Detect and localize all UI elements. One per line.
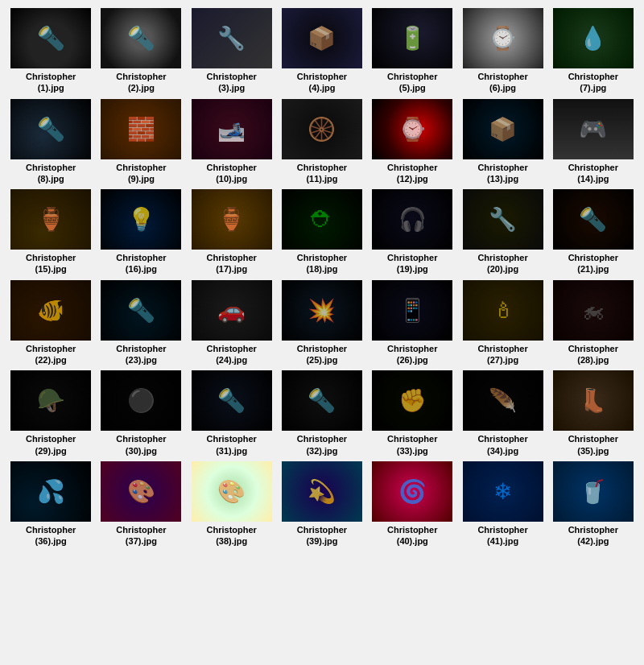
thumbnail-icon-25: 💥	[282, 280, 362, 341]
thumbnail-7: 💧	[553, 8, 634, 68]
file-label-42: Christopher (42).jpg	[568, 524, 618, 547]
thumbnail-25: 💥	[282, 280, 362, 341]
file-item-22[interactable]: 🐠Christopher (22).jpg	[8, 280, 93, 366]
file-item-13[interactable]: 📦Christopher (13).jpg	[460, 99, 545, 185]
thumbnail-icon-41: ❄	[463, 461, 543, 522]
file-item-3[interactable]: 🔧Christopher (3).jpg	[189, 8, 275, 94]
file-item-2[interactable]: 🔦Christopher (2).jpg	[98, 8, 184, 94]
file-item-31[interactable]: 🔦Christopher (31).jpg	[189, 370, 275, 456]
file-item-36[interactable]: 💦Christopher (36).jpg	[8, 461, 93, 547]
file-item-16[interactable]: 💡Christopher (16).jpg	[98, 189, 184, 275]
file-label-5: Christopher (5).jpg	[387, 71, 437, 94]
file-item-34[interactable]: 🪶Christopher (34).jpg	[460, 370, 545, 456]
thumbnail-34: 🪶	[463, 370, 543, 431]
thumbnail-icon-18: ⛑	[282, 189, 362, 250]
file-label-37: Christopher (37).jpg	[116, 524, 166, 547]
thumbnail-icon-4: 📦	[282, 8, 362, 68]
thumbnail-11: 🛞	[282, 99, 362, 159]
file-label-21: Christopher (21).jpg	[568, 252, 618, 275]
file-item-6[interactable]: ⌚Christopher (6).jpg	[460, 8, 545, 94]
thumbnail-26: 📱	[372, 280, 452, 341]
thumbnail-32: 🔦	[282, 370, 362, 431]
file-label-16: Christopher (16).jpg	[116, 252, 166, 275]
thumbnail-15: 🏺	[10, 189, 91, 250]
file-item-1[interactable]: 🔦Christopher (1).jpg	[8, 8, 93, 94]
file-label-12: Christopher (12).jpg	[387, 162, 437, 185]
file-item-12[interactable]: ⌚Christopher (12).jpg	[369, 99, 455, 185]
file-item-11[interactable]: 🛞Christopher (11).jpg	[279, 99, 365, 185]
thumbnail-icon-32: 🔦	[282, 370, 362, 431]
file-item-4[interactable]: 📦Christopher (4).jpg	[279, 8, 365, 94]
thumbnail-28: 🏍	[553, 280, 634, 341]
file-label-41: Christopher (41).jpg	[477, 524, 527, 547]
file-item-15[interactable]: 🏺Christopher (15).jpg	[8, 189, 93, 275]
file-item-7[interactable]: 💧Christopher (7).jpg	[551, 8, 636, 94]
file-label-23: Christopher (23).jpg	[116, 343, 166, 366]
thumbnail-icon-35: 👢	[553, 370, 634, 431]
file-label-9: Christopher (9).jpg	[116, 162, 166, 185]
file-item-24[interactable]: 🚗Christopher (24).jpg	[189, 280, 275, 366]
thumbnail-31: 🔦	[192, 370, 272, 431]
file-item-17[interactable]: 🏺Christopher (17).jpg	[189, 189, 275, 275]
file-item-5[interactable]: 🔋Christopher (5).jpg	[369, 8, 455, 94]
thumbnail-12: ⌚	[372, 99, 452, 159]
file-label-18: Christopher (18).jpg	[297, 252, 347, 275]
thumbnail-icon-28: 🏍	[553, 280, 634, 341]
thumbnail-icon-7: 💧	[553, 8, 634, 68]
thumbnail-icon-11: 🛞	[282, 99, 362, 159]
thumbnail-1: 🔦	[10, 8, 91, 68]
file-item-29[interactable]: 🪖Christopher (29).jpg	[8, 370, 93, 456]
file-item-42[interactable]: 🥤Christopher (42).jpg	[551, 461, 636, 547]
file-label-2: Christopher (2).jpg	[116, 71, 166, 94]
thumbnail-6: ⌚	[463, 8, 543, 68]
file-item-32[interactable]: 🔦Christopher (32).jpg	[279, 370, 365, 456]
thumbnail-8: 🔦	[10, 99, 91, 159]
file-label-14: Christopher (14).jpg	[568, 162, 618, 185]
thumbnail-10: 🎿	[192, 99, 272, 159]
file-item-37[interactable]: 🎨Christopher (37).jpg	[98, 461, 184, 547]
file-item-35[interactable]: 👢Christopher (35).jpg	[551, 370, 636, 456]
file-item-41[interactable]: ❄Christopher (41).jpg	[460, 461, 545, 547]
thumbnail-29: 🪖	[10, 370, 91, 431]
file-item-39[interactable]: 💫Christopher (39).jpg	[279, 461, 365, 547]
thumbnail-grid: 🔦Christopher (1).jpg🔦Christopher (2).jpg…	[8, 8, 636, 547]
thumbnail-24: 🚗	[192, 280, 272, 341]
file-item-27[interactable]: 🕯Christopher (27).jpg	[460, 280, 545, 366]
thumbnail-21: 🔦	[553, 189, 634, 250]
file-label-22: Christopher (22).jpg	[26, 343, 76, 366]
file-item-19[interactable]: 🎧Christopher (19).jpg	[369, 189, 455, 275]
file-item-26[interactable]: 📱Christopher (26).jpg	[369, 280, 455, 366]
file-label-26: Christopher (26).jpg	[387, 343, 437, 366]
file-item-23[interactable]: 🔦Christopher (23).jpg	[98, 280, 184, 366]
file-label-25: Christopher (25).jpg	[297, 343, 347, 366]
file-item-25[interactable]: 💥Christopher (25).jpg	[279, 280, 365, 366]
thumbnail-icon-21: 🔦	[553, 189, 634, 250]
file-item-33[interactable]: ✊Christopher (33).jpg	[369, 370, 455, 456]
file-item-10[interactable]: 🎿Christopher (10).jpg	[189, 99, 275, 185]
file-item-14[interactable]: 🎮Christopher (14).jpg	[551, 99, 636, 185]
thumbnail-icon-22: 🐠	[10, 280, 91, 341]
thumbnail-19: 🎧	[372, 189, 452, 250]
file-item-30[interactable]: ⚫Christopher (30).jpg	[98, 370, 184, 456]
file-label-4: Christopher (4).jpg	[297, 71, 347, 94]
file-item-21[interactable]: 🔦Christopher (21).jpg	[551, 189, 636, 275]
file-item-38[interactable]: 🎨Christopher (38).jpg	[189, 461, 275, 547]
thumbnail-icon-20: 🔧	[463, 189, 543, 250]
thumbnail-icon-17: 🏺	[192, 189, 272, 250]
file-item-20[interactable]: 🔧Christopher (20).jpg	[460, 189, 545, 275]
thumbnail-icon-27: 🕯	[463, 280, 543, 341]
thumbnail-icon-24: 🚗	[192, 280, 272, 341]
thumbnail-icon-16: 💡	[101, 189, 181, 250]
file-item-28[interactable]: 🏍Christopher (28).jpg	[551, 280, 636, 366]
thumbnail-23: 🔦	[101, 280, 181, 341]
file-item-8[interactable]: 🔦Christopher (8).jpg	[8, 99, 93, 185]
thumbnail-icon-14: 🎮	[553, 99, 634, 159]
thumbnail-33: ✊	[372, 370, 452, 431]
thumbnail-13: 📦	[463, 99, 543, 159]
thumbnail-16: 💡	[101, 189, 181, 250]
file-item-18[interactable]: ⛑Christopher (18).jpg	[279, 189, 365, 275]
file-item-9[interactable]: 🧱Christopher (9).jpg	[98, 99, 184, 185]
file-label-19: Christopher (19).jpg	[387, 252, 437, 275]
thumbnail-41: ❄	[463, 461, 543, 522]
file-item-40[interactable]: 🌀Christopher (40).jpg	[369, 461, 455, 547]
